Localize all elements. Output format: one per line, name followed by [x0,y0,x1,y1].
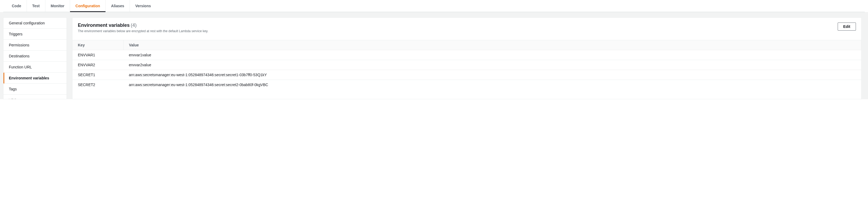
col-key[interactable]: Key [72,40,123,50]
tab-versions[interactable]: Versions [130,0,156,12]
content-area: General configuration Triggers Permissio… [0,12,868,99]
panel-title: Environment variables [78,23,130,28]
sidebar-item-vpc[interactable]: VPC [3,95,67,99]
panel-count: (4) [131,23,136,28]
config-sidebar: General configuration Triggers Permissio… [3,18,67,99]
env-key: ENVVAR2 [72,60,123,70]
tab-configuration[interactable]: Configuration [70,0,106,12]
env-value: envvar2value [123,60,861,70]
panel-header: Environment variables (4) The environmen… [72,18,861,36]
panel-title-wrap: Environment variables (4) The environmen… [78,23,838,33]
tab-bar: Code Test Monitor Configuration Aliases … [3,0,865,12]
tab-code[interactable]: Code [6,0,27,12]
tab-test[interactable]: Test [27,0,45,12]
sidebar-item-permissions[interactable]: Permissions [3,40,67,51]
sidebar-item-triggers[interactable]: Triggers [3,29,67,40]
table-header-row: Key Value [72,40,861,50]
panel-title-row: Environment variables (4) [78,23,838,28]
sidebar-item-function-url[interactable]: Function URL [3,62,67,73]
col-value[interactable]: Value [123,40,861,50]
table-row: ENVVAR2 envvar2value [72,60,861,70]
table-row: SECRET1 arn:aws:secretsmanager:eu-west-1… [72,70,861,80]
table-row: ENVVAR1 envvar1value [72,50,861,60]
sidebar-item-general[interactable]: General configuration [3,18,67,29]
env-key: ENVVAR1 [72,50,123,60]
panel-subtitle: The environment variables below are encr… [78,29,838,33]
table-row: SECRET2 arn:aws:secretsmanager:eu-west-1… [72,80,861,90]
sidebar-item-tags[interactable]: Tags [3,84,67,95]
tab-monitor[interactable]: Monitor [45,0,70,12]
env-value: arn:aws:secretsmanager:eu-west-1:0528489… [123,70,861,80]
env-vars-panel: Environment variables (4) The environmen… [72,18,862,99]
edit-button[interactable]: Edit [838,23,856,31]
env-value: envvar1value [123,50,861,60]
env-vars-table: Key Value ENVVAR1 envvar1value ENVVAR2 e… [72,40,861,90]
env-value: arn:aws:secretsmanager:eu-west-1:0528489… [123,80,861,90]
sidebar-item-env-vars[interactable]: Environment variables [3,73,67,84]
env-key: SECRET2 [72,80,123,90]
env-key: SECRET1 [72,70,123,80]
tab-aliases[interactable]: Aliases [106,0,130,12]
sidebar-item-destinations[interactable]: Destinations [3,51,67,62]
